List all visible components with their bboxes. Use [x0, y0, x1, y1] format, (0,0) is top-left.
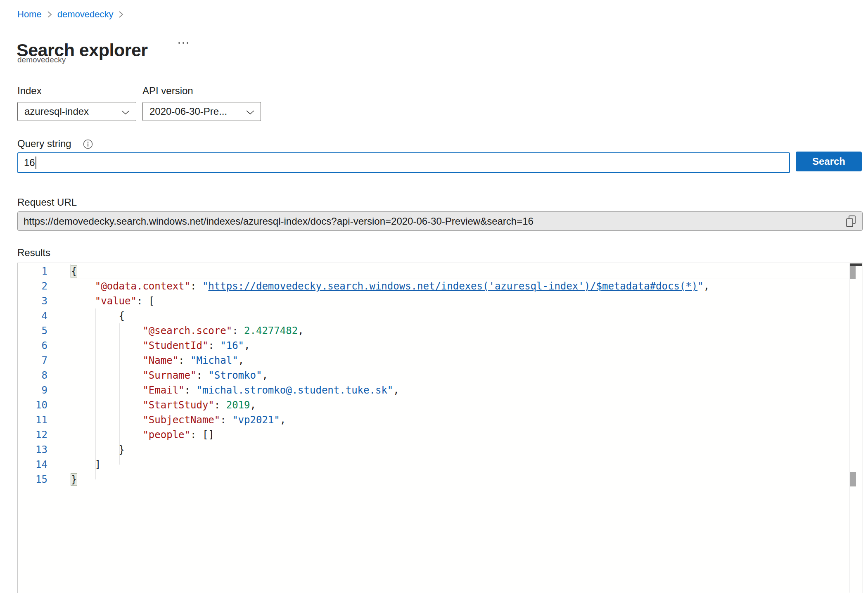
copy-icon[interactable] — [845, 215, 856, 228]
code-line: 9 "Email": "michal.stromko@.student.tuke… — [18, 383, 863, 398]
code-line: 1{ — [18, 264, 863, 279]
line-number: 3 — [18, 294, 47, 308]
scrollbar-thumb-lower[interactable] — [850, 472, 856, 486]
line-number: 12 — [18, 427, 47, 442]
code-line-content: "Name": "Michal", — [71, 353, 244, 368]
line-number: 11 — [18, 413, 47, 427]
code-line-content: { — [71, 264, 77, 279]
code-line-content: } — [71, 442, 125, 457]
odata-context-link[interactable]: https://demovedecky.search.windows.net/i… — [208, 280, 697, 292]
code-line-content: "people": [] — [71, 427, 214, 442]
code-line: 13 } — [18, 442, 863, 457]
chevron-down-icon — [246, 106, 255, 117]
text-caret — [36, 157, 36, 169]
line-number: 2 — [18, 279, 47, 294]
code-line-content: "Surname": "Stromko", — [71, 368, 268, 383]
code-line: 8 "Surname": "Stromko", — [18, 368, 863, 383]
line-number: 1 — [18, 264, 47, 279]
chevron-down-icon — [121, 106, 130, 117]
request-url-value: https://demovedecky.search.windows.net/i… — [24, 216, 841, 227]
line-number: 5 — [18, 323, 47, 338]
more-options-button[interactable] — [177, 40, 190, 45]
code-line-content: "SubjectName": "vp2021", — [71, 413, 286, 427]
code-line-content: ] — [71, 457, 101, 472]
code-line-content: "value": [ — [71, 294, 154, 308]
line-number: 15 — [18, 472, 47, 487]
code-line: 11 "SubjectName": "vp2021", — [18, 413, 863, 427]
code-line-content: "StudentId": "16", — [71, 338, 250, 353]
code-line-content: { — [71, 308, 125, 323]
line-number: 9 — [18, 383, 47, 398]
request-url-label: Request URL — [17, 197, 77, 208]
api-version-dropdown-value: 2020-06-30-Pre... — [149, 106, 227, 117]
code-line: 12 "people": [] — [18, 427, 863, 442]
code-line-content: "@search.score": 2.4277482, — [71, 323, 304, 338]
line-number: 14 — [18, 457, 47, 472]
scrollbar-track — [849, 263, 850, 593]
breadcrumb-home-link[interactable]: Home — [17, 9, 42, 20]
code-line: 5 "@search.score": 2.4277482, — [18, 323, 863, 338]
search-explorer-page: Home demovedecky Search explorer demoved… — [0, 0, 868, 593]
code-line-content: } — [71, 472, 77, 487]
line-number: 4 — [18, 308, 47, 323]
api-version-dropdown[interactable]: 2020-06-30-Pre... — [142, 102, 261, 121]
page-subtitle: demovedecky — [17, 55, 66, 64]
chevron-right-icon — [47, 10, 52, 19]
index-dropdown[interactable]: azuresql-index — [17, 102, 136, 121]
index-dropdown-value: azuresql-index — [24, 106, 89, 117]
search-button[interactable]: Search — [796, 152, 862, 171]
code-line: 2 "@odata.context": "https://demovedecky… — [18, 279, 863, 294]
code-line-content: "Email": "michal.stromko@.student.tuke.s… — [71, 383, 399, 398]
breadcrumb-demovedecky-link[interactable]: demovedecky — [57, 9, 114, 20]
request-url-field: https://demovedecky.search.windows.net/i… — [17, 211, 863, 231]
api-version-label: API version — [142, 85, 193, 97]
code-line: 6 "StudentId": "16", — [18, 338, 863, 353]
query-string-label: Query string — [17, 138, 71, 149]
code-line: 7 "Name": "Michal", — [18, 353, 863, 368]
results-label: Results — [17, 247, 50, 259]
results-json-editor[interactable]: 1{2 "@odata.context": "https://demovedec… — [17, 263, 863, 593]
code-line: 14 ] — [18, 457, 863, 472]
index-label: Index — [17, 85, 42, 97]
line-number: 10 — [18, 398, 47, 413]
code-line: 15} — [18, 472, 863, 487]
breadcrumb: Home demovedecky — [17, 9, 123, 20]
chevron-right-icon — [119, 10, 123, 19]
scrollbar-thumb[interactable] — [850, 266, 856, 279]
code-line: 4 { — [18, 308, 863, 323]
line-number: 7 — [18, 353, 47, 368]
line-number: 8 — [18, 368, 47, 383]
code-line: 3 "value": [ — [18, 294, 863, 308]
code-rows: 1{2 "@odata.context": "https://demovedec… — [18, 264, 863, 487]
code-line-content: "@odata.context": "https://demovedecky.s… — [71, 279, 709, 294]
line-number: 13 — [18, 442, 47, 457]
line-number: 6 — [18, 338, 47, 353]
info-icon[interactable] — [83, 139, 93, 151]
query-string-input[interactable]: 16 — [17, 152, 790, 173]
code-line-content: "StartStudy": 2019, — [71, 398, 256, 413]
code-line: 10 "StartStudy": 2019, — [18, 398, 863, 413]
query-string-value: 16 — [24, 157, 35, 168]
